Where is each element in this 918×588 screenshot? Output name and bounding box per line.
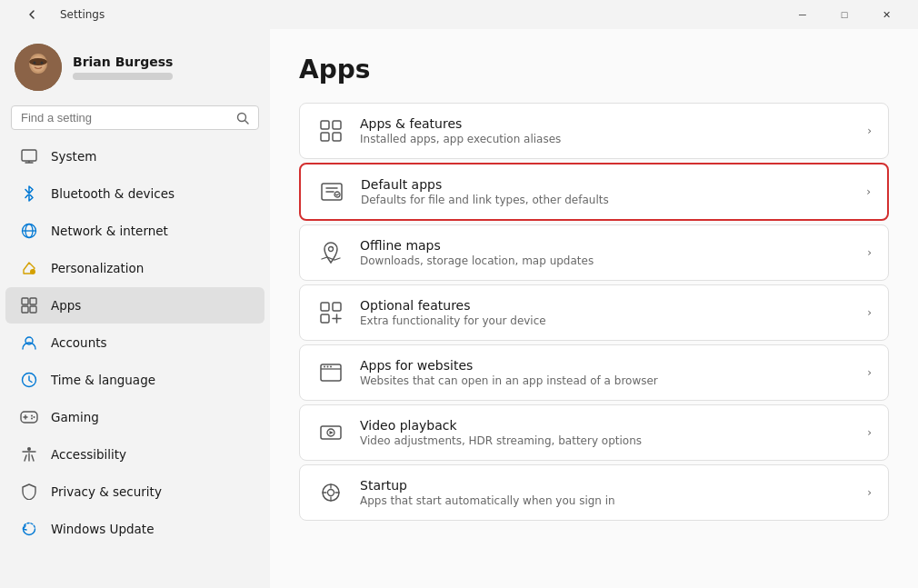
svg-point-27 xyxy=(31,418,33,420)
sidebar-item-bluetooth[interactable]: Bluetooth & devices xyxy=(5,175,264,212)
chevron-right-icon-4: › xyxy=(867,306,872,319)
video-playback-desc: Video adjustments, HDR streaming, batter… xyxy=(360,434,853,447)
close-button[interactable]: ✕ xyxy=(865,0,907,29)
settings-item-apps-features[interactable]: Apps & features Installed apps, app exec… xyxy=(299,103,889,159)
svg-rect-18 xyxy=(22,306,28,313)
apps-features-title: Apps & features xyxy=(360,116,853,131)
apps-features-icon xyxy=(316,116,345,145)
maximize-button[interactable]: □ xyxy=(823,0,865,29)
chevron-right-icon-7: › xyxy=(867,486,872,499)
minimize-button[interactable]: ─ xyxy=(782,0,823,29)
settings-item-video-playback[interactable]: Video playback Video adjustments, HDR st… xyxy=(299,404,889,461)
sidebar-item-accounts[interactable]: Accounts xyxy=(5,324,264,361)
system-icon xyxy=(20,147,38,165)
search-box[interactable] xyxy=(11,105,259,130)
update-icon xyxy=(20,520,38,538)
sidebar-item-label-gaming: Gaming xyxy=(51,410,99,424)
user-name: Brian Burgess xyxy=(73,55,173,69)
window-controls: ─ □ ✕ xyxy=(782,0,907,29)
svg-point-5 xyxy=(34,62,36,65)
svg-rect-31 xyxy=(321,133,329,141)
svg-line-8 xyxy=(245,120,249,124)
chevron-right-icon-3: › xyxy=(867,246,872,259)
sidebar-item-gaming[interactable]: Gaming xyxy=(5,399,264,435)
svg-point-43 xyxy=(327,366,329,368)
avatar xyxy=(15,44,62,91)
sidebar-item-system[interactable]: System xyxy=(5,138,264,174)
svg-point-35 xyxy=(329,247,334,252)
time-icon xyxy=(20,371,38,389)
svg-rect-29 xyxy=(321,121,329,129)
svg-point-25 xyxy=(31,415,33,417)
sidebar-item-label-apps: Apps xyxy=(51,298,81,313)
user-section[interactable]: Brian Burgess xyxy=(0,29,270,102)
titlebar-title: Settings xyxy=(60,8,105,21)
sidebar-item-label-privacy: Privacy & security xyxy=(51,484,162,499)
startup-desc: Apps that start automatically when you s… xyxy=(360,494,853,507)
offline-maps-desc: Downloads, storage location, map updates xyxy=(360,254,853,267)
sidebar-item-label-accessibility: Accessibility xyxy=(51,447,126,462)
optional-features-title: Optional features xyxy=(360,298,853,313)
sidebar-item-personalization[interactable]: Personalization xyxy=(5,250,264,286)
svg-point-49 xyxy=(328,490,334,496)
svg-rect-17 xyxy=(30,298,36,304)
search-icon xyxy=(236,112,249,125)
search-input[interactable] xyxy=(21,111,229,125)
chevron-right-icon-5: › xyxy=(867,366,872,379)
sidebar-item-apps[interactable]: Apps xyxy=(5,287,264,324)
sidebar-item-accessibility[interactable]: Accessibility xyxy=(5,436,264,473)
page-title: Apps xyxy=(299,55,889,85)
settings-item-optional-features[interactable]: Optional features Extra functionality fo… xyxy=(299,284,889,341)
svg-point-28 xyxy=(27,447,31,451)
startup-icon xyxy=(316,478,345,507)
settings-item-offline-maps[interactable]: Offline maps Downloads, storage location… xyxy=(299,224,889,281)
svg-rect-19 xyxy=(30,306,36,313)
apps-websites-desc: Websites that can open in an app instead… xyxy=(360,374,853,387)
offline-maps-icon xyxy=(316,238,345,267)
sidebar-item-label-system: System xyxy=(51,149,96,164)
optional-features-icon xyxy=(316,298,345,327)
svg-marker-47 xyxy=(330,431,334,434)
svg-rect-9 xyxy=(22,150,36,161)
settings-item-startup[interactable]: Startup Apps that start automatically wh… xyxy=(299,464,889,521)
startup-text: Startup Apps that start automatically wh… xyxy=(360,478,853,507)
sidebar-item-label-accounts: Accounts xyxy=(51,335,107,350)
chevron-right-icon: › xyxy=(867,125,872,137)
privacy-icon xyxy=(20,483,38,501)
svg-rect-38 xyxy=(333,303,341,311)
settings-item-default-apps[interactable]: Default apps Defaults for file and link … xyxy=(299,163,889,221)
sidebar-item-network[interactable]: Network & internet xyxy=(5,213,264,249)
video-playback-icon xyxy=(316,418,345,447)
settings-item-apps-websites[interactable]: Apps for websites Websites that can open… xyxy=(299,344,889,401)
optional-features-desc: Extra functionality for your device xyxy=(360,314,853,327)
chevron-right-icon-2: › xyxy=(866,185,871,198)
svg-point-26 xyxy=(34,416,35,418)
apps-websites-title: Apps for websites xyxy=(360,358,853,373)
default-apps-desc: Defaults for file and link types, other … xyxy=(361,194,852,206)
svg-point-15 xyxy=(30,269,35,274)
sidebar-item-update[interactable]: Windows Update xyxy=(5,511,264,547)
user-account-bar xyxy=(73,73,173,80)
titlebar-left: Settings xyxy=(11,0,105,29)
startup-title: Startup xyxy=(360,478,853,493)
svg-point-6 xyxy=(41,62,44,65)
svg-rect-30 xyxy=(333,121,341,129)
content-area: Apps Apps & features Installed apps, app… xyxy=(270,29,918,588)
sidebar: Brian Burgess xyxy=(0,29,270,588)
sidebar-item-label-network: Network & internet xyxy=(51,224,168,238)
sidebar-item-label-personalization: Personalization xyxy=(51,261,144,275)
svg-point-44 xyxy=(330,366,332,368)
network-icon xyxy=(20,222,38,240)
sidebar-item-privacy[interactable]: Privacy & security xyxy=(5,473,264,510)
personalization-icon xyxy=(20,259,38,277)
svg-rect-16 xyxy=(22,298,28,304)
sidebar-item-time[interactable]: Time & language xyxy=(5,362,264,398)
apps-icon xyxy=(20,296,38,314)
svg-point-42 xyxy=(324,366,325,368)
default-apps-title: Default apps xyxy=(361,177,852,192)
apps-websites-icon xyxy=(316,358,345,387)
svg-rect-32 xyxy=(333,133,341,141)
svg-rect-36 xyxy=(321,303,329,311)
user-info: Brian Burgess xyxy=(73,55,173,80)
back-button[interactable] xyxy=(11,0,53,29)
